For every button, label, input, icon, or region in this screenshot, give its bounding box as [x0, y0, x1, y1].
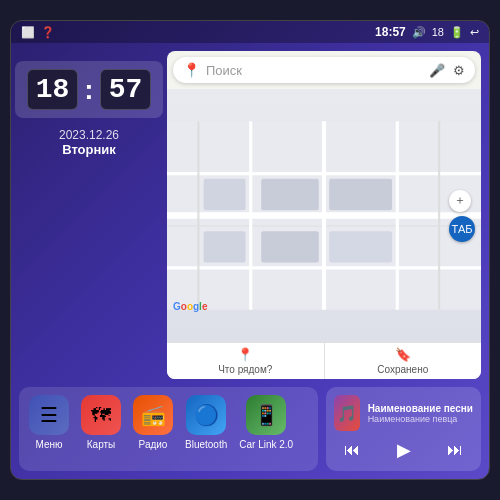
app-grid: ☰ Меню 🗺 Карты 📻 Радио 🔵 Bluetooth 📱 Car… [19, 387, 318, 471]
home-icon[interactable]: ⬜ [21, 26, 35, 39]
battery-level: 18 [432, 26, 444, 38]
device-frame: ⬜ ❓ 18:57 🔊 18 🔋 ↩ 18 : 57 2023.12.26 Вт… [10, 20, 490, 480]
music-title: Наименование песни [368, 403, 473, 414]
play-button[interactable]: ▶ [391, 437, 417, 463]
music-top: 🎵 Наименование песни Наименование певца [334, 395, 473, 431]
saved-icon: 🔖 [395, 347, 411, 362]
clock-hours: 18 [27, 69, 79, 110]
status-bar: ⬜ ❓ 18:57 🔊 18 🔋 ↩ [11, 21, 489, 43]
previous-button[interactable]: ⏮ [338, 439, 366, 461]
music-thumbnail: 🎵 [334, 395, 360, 431]
date-info: 2023.12.26 Вторник [59, 128, 119, 157]
tab-nearby[interactable]: 📍 Что рядом? [167, 343, 325, 379]
tab-nearby-label: Что рядом? [218, 364, 272, 375]
map-pin-icon: 📍 [183, 62, 200, 78]
next-button[interactable]: ⏭ [441, 439, 469, 461]
svg-rect-14 [204, 179, 246, 210]
map-area[interactable]: Google ＋ ТАБ [167, 89, 481, 342]
bluetooth-app-icon: 🔵 [186, 395, 226, 435]
map-container: 📍 Поиск 🎤 ⚙ [167, 51, 481, 379]
back-icon[interactable]: ↩ [470, 26, 479, 39]
bluetooth-app-label: Bluetooth [185, 439, 227, 450]
music-artist: Наименование певца [368, 414, 473, 424]
map-search-input[interactable]: Поиск [206, 63, 423, 78]
app-item-radio[interactable]: 📻 Радио [133, 395, 173, 463]
svg-rect-10 [261, 179, 319, 210]
app-item-menu[interactable]: ☰ Меню [29, 395, 69, 463]
zoom-in-button[interactable]: ＋ [449, 190, 471, 212]
nav-icon[interactable]: ❓ [41, 26, 55, 39]
svg-rect-12 [261, 231, 319, 262]
left-panel: 18 : 57 2023.12.26 Вторник [19, 51, 159, 379]
date-text: 2023.12.26 [59, 128, 119, 142]
clock-widget: 18 : 57 [15, 61, 164, 118]
status-time: 18:57 [375, 25, 406, 39]
volume-icon: 🔊 [412, 26, 426, 39]
map-search-bar[interactable]: 📍 Поиск 🎤 ⚙ [173, 57, 475, 83]
google-logo: Google [173, 301, 207, 312]
menu-app-label: Меню [35, 439, 62, 450]
menu-app-icon: ☰ [29, 395, 69, 435]
bottom-area: ☰ Меню 🗺 Карты 📻 Радио 🔵 Bluetooth 📱 Car… [11, 387, 489, 479]
app-item-bluetooth[interactable]: 🔵 Bluetooth [185, 395, 227, 463]
app-item-maps[interactable]: 🗺 Карты [81, 395, 121, 463]
maps-app-label: Карты [87, 439, 116, 450]
carlink-app-label: Car Link 2.0 [239, 439, 293, 450]
app-item-carlink[interactable]: 📱 Car Link 2.0 [239, 395, 293, 463]
right-panel: 📍 Поиск 🎤 ⚙ [167, 51, 481, 379]
main-area: 18 : 57 2023.12.26 Вторник 📍 Поиск 🎤 ⚙ [11, 43, 489, 387]
svg-rect-13 [329, 231, 392, 262]
music-widget: 🎵 Наименование песни Наименование певца … [326, 387, 481, 471]
battery-icon: 🔋 [450, 26, 464, 39]
navigation-button[interactable]: ТАБ [449, 216, 475, 242]
svg-rect-11 [329, 179, 392, 210]
microphone-icon[interactable]: 🎤 [429, 63, 445, 78]
music-controls: ⏮ ▶ ⏭ [334, 437, 473, 463]
tab-saved-label: Сохранено [377, 364, 428, 375]
maps-app-icon: 🗺 [81, 395, 121, 435]
svg-rect-15 [204, 231, 246, 262]
map-bottom-tabs: 📍 Что рядом? 🔖 Сохранено [167, 342, 481, 379]
carlink-app-icon: 📱 [246, 395, 286, 435]
tab-saved[interactable]: 🔖 Сохранено [325, 343, 482, 379]
map-controls: ＋ ТАБ [449, 190, 475, 242]
music-info: Наименование песни Наименование певца [368, 403, 473, 424]
radio-app-label: Радио [139, 439, 168, 450]
clock-separator: : [84, 74, 93, 106]
clock-minutes: 57 [100, 69, 152, 110]
radio-app-icon: 📻 [133, 395, 173, 435]
nearby-icon: 📍 [237, 347, 253, 362]
day-text: Вторник [59, 142, 119, 157]
map-search-icons: 🎤 ⚙ [429, 63, 465, 78]
settings-icon[interactable]: ⚙ [453, 63, 465, 78]
